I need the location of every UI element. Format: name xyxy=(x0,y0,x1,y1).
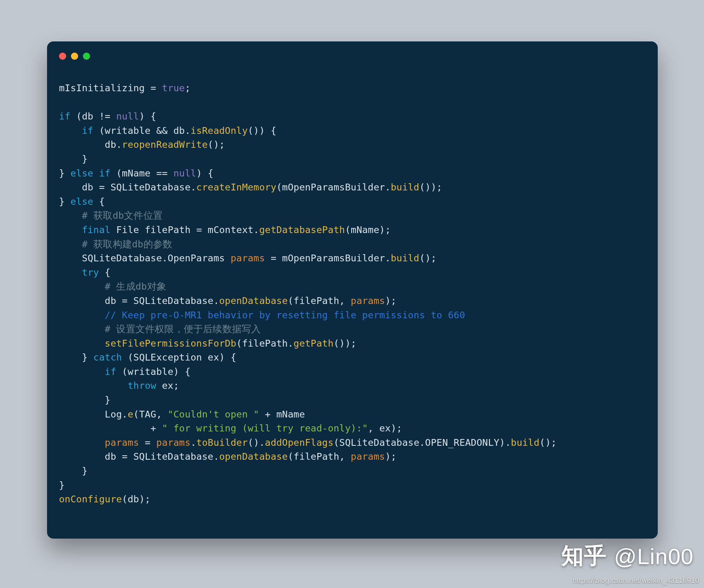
zhihu-logo-icon: 知乎 xyxy=(561,541,607,571)
watermark: 知乎 @Lin00 xyxy=(561,541,694,571)
code-window: mIsInitializing = true; if (db != null) … xyxy=(47,41,658,539)
window-controls xyxy=(59,53,90,60)
watermark-author: @Lin00 xyxy=(614,543,694,569)
maximize-icon[interactable] xyxy=(83,53,90,60)
close-icon[interactable] xyxy=(59,53,66,60)
source-url: https://blog.csdn.net/weixin_43116910 xyxy=(573,576,699,585)
code-block: mIsInitializing = true; if (db != null) … xyxy=(59,81,646,507)
minimize-icon[interactable] xyxy=(71,53,78,60)
